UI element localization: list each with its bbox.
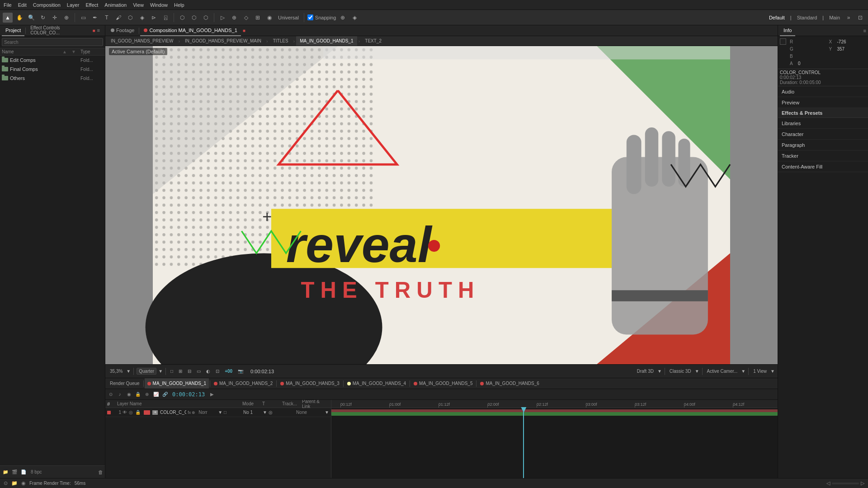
layer-track-arrow-1[interactable]: ▼ xyxy=(263,410,267,415)
breadcrumb-5[interactable]: TEXT_2 xyxy=(361,36,385,46)
status-next-icon[interactable]: ▷ xyxy=(861,480,864,486)
vc-view-mode-3[interactable]: ⊟ xyxy=(186,368,193,375)
viewer-canvas[interactable]: reveal THE TRUTH xyxy=(105,46,778,364)
tool-snap-extra[interactable]: ⊕ xyxy=(338,13,348,23)
panel-expand[interactable]: ⊡ xyxy=(855,13,865,23)
breadcrumb-3[interactable]: TITLES xyxy=(269,36,292,46)
tool-paint[interactable]: 🖌 xyxy=(113,13,123,23)
vc-view-mode-2[interactable]: ⊞ xyxy=(177,368,184,375)
snapping-toggle[interactable]: Snapping xyxy=(307,14,336,20)
tool-rect[interactable]: ▭ xyxy=(78,13,88,23)
layer-mode-1[interactable]: Norr xyxy=(198,410,217,415)
comp-tab-close[interactable]: ■ xyxy=(243,28,245,33)
vc-quality-arrow[interactable]: ▼ xyxy=(158,369,163,374)
tool-extra-3[interactable]: ▷ xyxy=(217,13,227,23)
tool-snap-extra-2[interactable]: ◈ xyxy=(349,13,359,23)
tool-move[interactable]: ✛ xyxy=(50,13,60,23)
layer-parent-name-1[interactable]: None xyxy=(296,410,323,415)
breadcrumb-4[interactable]: MA_IN_GOOD_HANDS_1 xyxy=(296,36,357,46)
breadcrumb-1[interactable]: IN_GOOD_HANDS_PREVIEW xyxy=(107,36,177,46)
sort-icon[interactable]: ▲ xyxy=(62,49,71,54)
workspace-default[interactable]: Default xyxy=(767,15,787,20)
vc-camera-arrow[interactable]: ▼ xyxy=(741,369,745,374)
layer-vis-1[interactable]: 👁 xyxy=(123,410,128,415)
viewer-tab-composition[interactable]: Composition MA_IN_GOOD_HANDS_1 xyxy=(140,25,241,36)
vc-quality[interactable]: Quarter xyxy=(137,368,156,375)
right-panel-effects-presets[interactable]: Effects & Presets xyxy=(778,108,868,118)
status-icon-1[interactable]: ⊙ xyxy=(4,480,8,486)
layer-mode-arrow-1[interactable]: ▼ xyxy=(218,410,222,415)
right-panel-audio[interactable]: Audio xyxy=(778,86,868,97)
tool-text[interactable]: T xyxy=(102,13,112,23)
layer-row-1[interactable]: 1 👁 ◎ 🔒 ✦ COLOR_C_OL fx ⊕ N xyxy=(105,408,331,417)
tool-anchor[interactable]: ⊕ xyxy=(61,13,71,23)
tab-timeline-3[interactable]: MA_IN_GOOD_HANDS_3 xyxy=(278,378,342,389)
tc-play[interactable]: ▶ xyxy=(208,391,216,398)
tool-align-1[interactable]: ⬡ xyxy=(177,13,187,23)
right-panel-menu-icon[interactable]: ≡ xyxy=(863,28,866,33)
tc-solo[interactable]: ◉ xyxy=(125,391,132,398)
tool-extra-1[interactable]: ⊳ xyxy=(149,13,159,23)
breadcrumb-2[interactable]: IN_GOOD_HANDS_PREVIEW_MAIN xyxy=(181,36,265,46)
workspace-more[interactable]: » xyxy=(844,13,854,23)
menu-animation[interactable]: Animation xyxy=(104,2,127,8)
playhead[interactable] xyxy=(523,408,524,478)
menu-file[interactable]: File xyxy=(4,2,12,8)
menu-composition[interactable]: Composition xyxy=(33,2,61,8)
vc-view-mode-4[interactable]: ▭ xyxy=(195,368,203,375)
layer-parent-arrow-1[interactable]: ▼ xyxy=(325,410,329,415)
vc-3d-mode[interactable]: Classic 3D xyxy=(668,368,693,375)
vc-view-mode-1[interactable]: □ xyxy=(169,368,175,375)
right-tab-info[interactable]: Info xyxy=(780,25,795,36)
tool-extra-4[interactable]: ⊕ xyxy=(229,13,239,23)
tc-current-time[interactable]: 0:00:02:13 xyxy=(172,391,205,398)
tc-graph[interactable]: 📈 xyxy=(152,391,160,398)
tool-extra-7[interactable]: ◉ xyxy=(264,13,274,23)
tool-align-3[interactable]: ⬡ xyxy=(201,13,211,23)
tool-puppet[interactable]: ◈ xyxy=(137,13,147,23)
file-item-final-comps[interactable]: Final Comps Fold... xyxy=(0,65,105,74)
sort-icon2[interactable]: ▼ xyxy=(71,49,80,54)
tab-timeline-5[interactable]: MA_IN_GOOD_HANDS_5 xyxy=(411,378,475,389)
status-prev-icon[interactable]: ◁ xyxy=(826,480,830,486)
workspace-main[interactable]: Main xyxy=(827,15,842,20)
tool-stamp[interactable]: ⬡ xyxy=(125,13,135,23)
vc-extra-1[interactable]: ⊡ xyxy=(214,368,221,375)
menu-layer[interactable]: Layer xyxy=(67,2,80,8)
vc-camera-select[interactable]: Active Camer... xyxy=(705,368,740,375)
tab-timeline-2[interactable]: MA_IN_GOOD_HANDS_2 xyxy=(211,378,275,389)
right-panel-tracker[interactable]: Tracker xyxy=(778,150,868,161)
tc-lock[interactable]: 🔒 xyxy=(134,391,142,398)
tc-motion[interactable]: ⊕ xyxy=(143,391,151,398)
vc-3d-mode-arrow[interactable]: ▼ xyxy=(695,369,699,374)
tool-rotate[interactable]: ↻ xyxy=(38,13,48,23)
tool-zoom[interactable]: 🔍 xyxy=(26,13,36,23)
file-item-edit-comps[interactable]: Edit Comps Fold... xyxy=(0,56,105,65)
panel-menu-icon[interactable]: ≡ xyxy=(97,28,103,34)
new-comp-icon[interactable]: 🎬 xyxy=(11,469,18,476)
tool-extra-5[interactable]: ◇ xyxy=(241,13,251,23)
vc-render-mode-arrow[interactable]: ▼ xyxy=(657,369,662,374)
new-folder-icon[interactable]: 📁 xyxy=(2,469,9,476)
tab-project[interactable]: Project xyxy=(2,25,24,36)
menu-window[interactable]: Window xyxy=(150,2,168,8)
vc-view-select[interactable]: 1 View xyxy=(751,368,769,375)
vc-color[interactable]: ◐ xyxy=(204,368,212,375)
right-panel-paragraph[interactable]: Paragraph xyxy=(778,140,868,150)
tc-parent[interactable]: 🔗 xyxy=(161,391,169,398)
tc-audio[interactable]: ♪ xyxy=(116,391,123,398)
tab-effect-controls[interactable]: Effect Controls COLOR_CO... xyxy=(27,25,91,36)
tc-home[interactable]: ⊙ xyxy=(107,391,114,398)
vc-camera[interactable]: 📷 xyxy=(236,368,245,375)
workspace-standard[interactable]: Standard xyxy=(795,15,819,20)
layer-lock-1[interactable]: 🔒 xyxy=(135,410,141,415)
track-bar-red-1[interactable] xyxy=(331,409,778,412)
file-item-others[interactable]: Others Fold... xyxy=(0,74,105,83)
tab-timeline-6[interactable]: MA_IN_GOOD_HANDS_6 xyxy=(477,378,542,389)
menu-effect[interactable]: Effect xyxy=(85,2,98,8)
tool-pen[interactable]: ✒ xyxy=(90,13,100,23)
tool-extra-6[interactable]: ⊞ xyxy=(253,13,263,23)
right-panel-character[interactable]: Character xyxy=(778,129,868,140)
tool-align-2[interactable]: ⬡ xyxy=(189,13,199,23)
project-search-input[interactable] xyxy=(2,38,103,46)
